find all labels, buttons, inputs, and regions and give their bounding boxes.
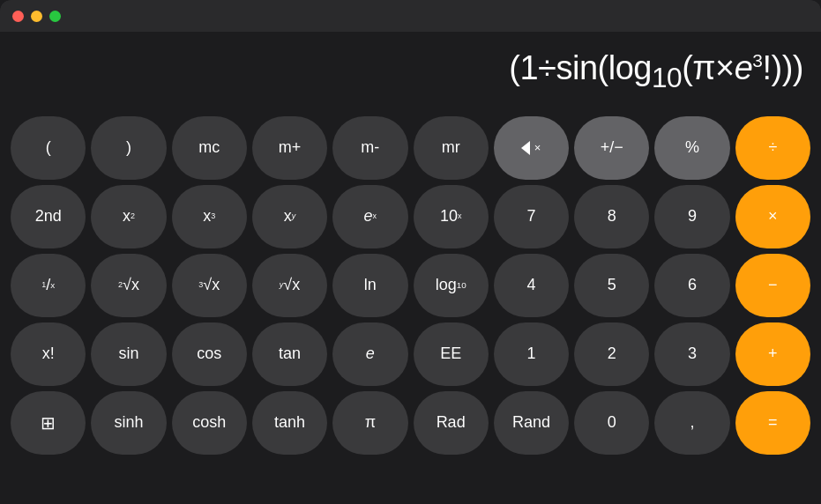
sin-button[interactable]: sin xyxy=(91,322,166,386)
multiply-button[interactable]: × xyxy=(735,185,810,248)
one-button[interactable]: 1 xyxy=(494,322,569,386)
maximize-button[interactable] xyxy=(49,11,61,22)
close-button[interactable] xyxy=(12,11,24,22)
y-root-button[interactable]: y√x xyxy=(252,254,327,317)
nine-button[interactable]: 9 xyxy=(654,185,729,248)
percent-button[interactable]: % xyxy=(654,116,729,180)
backspace-icon xyxy=(521,141,541,155)
backspace-button[interactable] xyxy=(494,116,569,180)
decimal-button[interactable]: , xyxy=(654,391,729,455)
minimize-button[interactable] xyxy=(31,11,42,22)
three-button[interactable]: 3 xyxy=(654,322,729,386)
close-paren-button[interactable]: ) xyxy=(91,116,166,180)
four-button[interactable]: 4 xyxy=(494,254,569,317)
add-button[interactable]: + xyxy=(735,322,810,386)
open-paren-button[interactable]: ( xyxy=(11,116,86,180)
divide-button[interactable]: ÷ xyxy=(735,116,810,180)
memory-clear-button[interactable]: mc xyxy=(172,116,247,180)
radians-button[interactable]: Rad xyxy=(414,391,489,455)
log10-button[interactable]: log10 xyxy=(414,254,489,317)
pi-button[interactable]: π xyxy=(332,391,407,455)
memory-recall-button[interactable]: mr xyxy=(414,116,489,180)
memory-subtract-button[interactable]: m- xyxy=(332,116,407,180)
zero-button[interactable]: 0 xyxy=(574,391,649,455)
display-expression: (1÷sin(log10(π×e3!))) xyxy=(509,49,803,94)
calculator-icon-button[interactable]: ⊞ xyxy=(11,391,86,455)
square-button[interactable]: x2 xyxy=(91,185,166,248)
seven-button[interactable]: 7 xyxy=(494,185,569,248)
factorial-button[interactable]: x! xyxy=(11,322,86,386)
reciprocal-button[interactable]: 1/x xyxy=(11,254,86,317)
memory-add-button[interactable]: m+ xyxy=(252,116,327,180)
tanh-button[interactable]: tanh xyxy=(252,391,327,455)
cos-button[interactable]: cos xyxy=(172,322,247,386)
random-button[interactable]: Rand xyxy=(494,391,569,455)
e-to-x-button[interactable]: ex xyxy=(332,185,407,248)
equals-button[interactable]: = xyxy=(735,391,810,455)
cosh-button[interactable]: cosh xyxy=(172,391,247,455)
titlebar xyxy=(0,0,821,32)
plus-minus-button[interactable]: +/− xyxy=(574,116,649,180)
tan-button[interactable]: tan xyxy=(252,322,327,386)
button-grid: ()mcm+m-mr+/−%÷2ndx2x3xyex10x789×1/x2√x3… xyxy=(11,116,810,455)
euler-button[interactable]: e xyxy=(332,322,407,386)
five-button[interactable]: 5 xyxy=(574,254,649,317)
display: (1÷sin(log10(π×e3!))) xyxy=(0,32,821,111)
two-button[interactable]: 2 xyxy=(574,322,649,386)
x-to-y-button[interactable]: xy xyxy=(252,185,327,248)
subtract-button[interactable]: − xyxy=(735,254,810,317)
square-root-button[interactable]: 2√x xyxy=(91,254,166,317)
cube-button[interactable]: x3 xyxy=(172,185,247,248)
sinh-button[interactable]: sinh xyxy=(91,391,166,455)
natural-log-button[interactable]: ln xyxy=(332,254,407,317)
calculator-body: ()mcm+m-mr+/−%÷2ndx2x3xyex10x789×1/x2√x3… xyxy=(0,111,821,463)
second-button[interactable]: 2nd xyxy=(11,185,86,248)
cube-root-button[interactable]: 3√x xyxy=(172,254,247,317)
ten-to-x-button[interactable]: 10x xyxy=(414,185,489,248)
eight-button[interactable]: 8 xyxy=(574,185,649,248)
six-button[interactable]: 6 xyxy=(654,254,729,317)
engineering-e-button[interactable]: EE xyxy=(414,322,489,386)
